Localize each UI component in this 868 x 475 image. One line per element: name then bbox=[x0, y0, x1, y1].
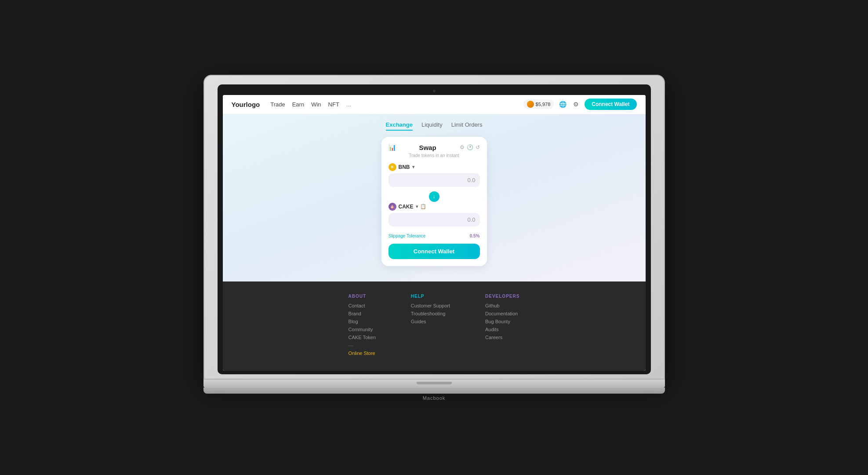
exchange-tabs: Exchange Liquidity Limit Orders bbox=[386, 121, 483, 131]
from-token-input[interactable] bbox=[389, 173, 480, 187]
laptop-notch bbox=[417, 382, 452, 384]
tab-liquidity[interactable]: Liquidity bbox=[421, 121, 443, 131]
footer-about: ABOUT Contact Brand Blog Community CAKE … bbox=[349, 294, 376, 358]
footer-separator: — bbox=[349, 343, 376, 348]
from-token-symbol: BNB bbox=[399, 164, 410, 170]
laptop-body: Yourlogo Trade Earn Win NFT ... $5,978 � bbox=[203, 75, 665, 380]
laptop-screen: Yourlogo Trade Earn Win NFT ... $5,978 � bbox=[223, 95, 646, 371]
history-icon[interactable]: 🕐 bbox=[467, 144, 473, 150]
swap-direction-button[interactable]: ↓ bbox=[429, 191, 439, 202]
refresh-icon[interactable]: ↺ bbox=[476, 144, 480, 150]
footer-guides[interactable]: Guides bbox=[411, 319, 450, 324]
nav-more[interactable]: ... bbox=[346, 101, 352, 108]
laptop-screen-bezel: Yourlogo Trade Earn Win NFT ... $5,978 � bbox=[218, 84, 651, 374]
footer-contact[interactable]: Contact bbox=[349, 303, 376, 308]
footer-developers: DEVELOPERS Github Documentation Bug Boun… bbox=[485, 294, 519, 358]
cake-token-icon: 🎂 bbox=[389, 203, 396, 211]
footer-online-store[interactable]: Online Store bbox=[349, 351, 376, 356]
slippage-value: 0.5% bbox=[470, 234, 480, 238]
footer-brand[interactable]: Brand bbox=[349, 311, 376, 316]
footer-developers-title: DEVELOPERS bbox=[485, 294, 519, 299]
laptop-base bbox=[203, 380, 665, 387]
footer-help: HELP Customer Support Troubleshooting Gu… bbox=[411, 294, 450, 358]
navbar-right: $5,978 🌐 ⚙ Connect Wallet bbox=[523, 99, 637, 110]
swap-action-icons: ⚙ 🕐 ↺ bbox=[460, 144, 480, 150]
footer-audits[interactable]: Audits bbox=[485, 327, 519, 332]
tab-exchange[interactable]: Exchange bbox=[386, 121, 413, 131]
from-token-chevron: ▾ bbox=[412, 164, 414, 169]
slippage-label[interactable]: Slippage Tolerance bbox=[389, 234, 426, 238]
nav-win[interactable]: Win bbox=[311, 101, 321, 108]
price-value: $5,978 bbox=[536, 102, 551, 107]
footer-documentation[interactable]: Documentation bbox=[485, 311, 519, 316]
laptop-foot bbox=[203, 387, 665, 394]
copy-address-icon[interactable]: 📋 bbox=[420, 204, 426, 209]
chart-icon[interactable]: 📊 bbox=[389, 144, 396, 151]
footer-troubleshooting[interactable]: Troubleshooting bbox=[411, 311, 450, 316]
nav-trade[interactable]: Trade bbox=[270, 101, 285, 108]
connect-wallet-main-button[interactable]: Connect Wallet bbox=[389, 244, 480, 259]
macbook-label: Macbook bbox=[203, 395, 665, 401]
main-content: Exchange Liquidity Limit Orders 📊 Swap bbox=[223, 114, 646, 281]
swap-header: 📊 Swap ⚙ 🕐 ↺ bbox=[389, 144, 480, 151]
swap-card: 📊 Swap ⚙ 🕐 ↺ Trade tokens in an instant bbox=[381, 137, 487, 266]
from-token-selector[interactable]: B BNB ▾ bbox=[389, 163, 480, 171]
settings-icon[interactable]: ⚙ bbox=[460, 144, 465, 150]
nav-nft[interactable]: NFT bbox=[328, 101, 339, 108]
footer-community[interactable]: Community bbox=[349, 327, 376, 332]
swap-title-group: Swap bbox=[396, 144, 460, 151]
nav-links: Trade Earn Win NFT ... bbox=[270, 101, 523, 108]
footer-careers[interactable]: Careers bbox=[485, 335, 519, 340]
nav-earn[interactable]: Earn bbox=[292, 101, 304, 108]
footer-cake-token[interactable]: CAKE Token bbox=[349, 335, 376, 340]
to-token-selector[interactable]: 🎂 CAKE ▾ 📋 bbox=[389, 203, 480, 211]
logo: Yourlogo bbox=[232, 101, 260, 108]
to-token-input[interactable] bbox=[389, 213, 480, 227]
laptop-shell: Yourlogo Trade Earn Win NFT ... $5,978 � bbox=[203, 75, 665, 401]
price-badge: $5,978 bbox=[523, 99, 554, 109]
footer-customer-support[interactable]: Customer Support bbox=[411, 303, 450, 308]
gear-icon[interactable]: ⚙ bbox=[571, 100, 580, 109]
to-token-chevron: ▾ bbox=[416, 204, 418, 209]
to-token-symbol: CAKE bbox=[399, 204, 414, 210]
footer-help-title: HELP bbox=[411, 294, 450, 299]
swap-arrow-container: ↓ bbox=[389, 191, 480, 202]
footer-bug-bounty[interactable]: Bug Bounty bbox=[485, 319, 519, 324]
bnb-price-icon bbox=[527, 101, 534, 108]
swap-subtitle: Trade tokens in an instant bbox=[389, 153, 480, 158]
navbar: Yourlogo Trade Earn Win NFT ... $5,978 � bbox=[223, 95, 646, 114]
footer-github[interactable]: Github bbox=[485, 303, 519, 308]
footer-blog[interactable]: Blog bbox=[349, 319, 376, 324]
footer-about-title: ABOUT bbox=[349, 294, 376, 299]
connect-wallet-header-button[interactable]: Connect Wallet bbox=[585, 99, 636, 110]
footer: ABOUT Contact Brand Blog Community CAKE … bbox=[223, 281, 646, 371]
globe-icon[interactable]: 🌐 bbox=[558, 100, 567, 109]
slippage-row: Slippage Tolerance 0.5% bbox=[389, 234, 480, 238]
swap-title: Swap bbox=[419, 144, 436, 151]
bnb-token-icon: B bbox=[389, 163, 396, 171]
camera-dot bbox=[433, 90, 436, 92]
tab-limit-orders[interactable]: Limit Orders bbox=[451, 121, 483, 131]
